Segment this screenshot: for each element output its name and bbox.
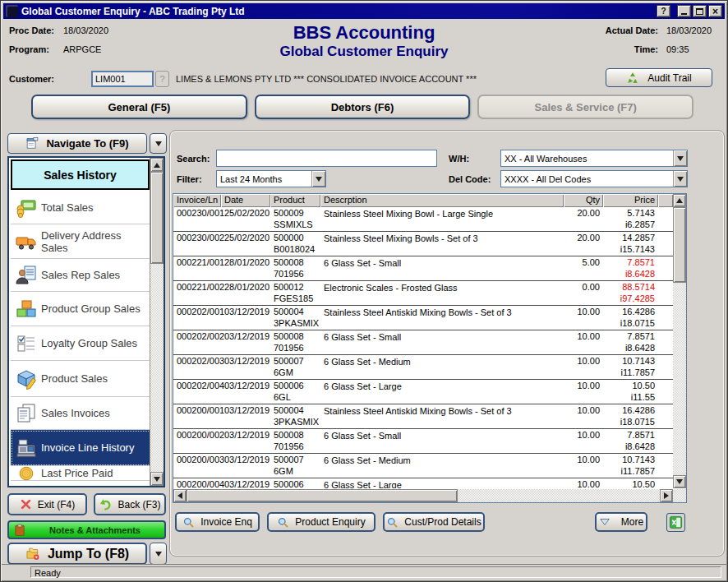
chevron-down-icon: [155, 552, 162, 557]
cell-date: 03/12/2019: [224, 381, 270, 390]
audit-trail-label: Audit Trail: [647, 72, 691, 84]
sidebar-scroll-down-button[interactable]: [150, 472, 164, 486]
more-button[interactable]: More: [595, 512, 647, 532]
cell-pr1: 10.50: [588, 381, 655, 390]
column-header-invoice-ln[interactable]: Invoice/Ln: [173, 194, 221, 207]
sidebar-item-delivery-address-sales[interactable]: Delivery Address Sales: [11, 224, 151, 259]
table-row[interactable]: 000202/00403/12/20195000066GL6 Glass Set…: [173, 380, 673, 404]
jump-to-button[interactable]: Jump To (F8): [7, 543, 147, 565]
del-code-dropdown-button[interactable]: [673, 171, 687, 187]
product-enquiry-button[interactable]: Product Enquiry: [267, 512, 376, 532]
table-row[interactable]: 000200/00203/12/20195000087019566 Glass …: [173, 429, 673, 454]
cell-pr2: i18.0715: [588, 417, 655, 427]
sidebar-scroll-up-button[interactable]: [150, 158, 164, 172]
table-row[interactable]: 000200/00403/12/20195000066 Glass Set - …: [173, 478, 673, 488]
exit-button[interactable]: Exit (F4): [7, 493, 87, 515]
search-label: Search:: [177, 154, 210, 164]
table-scroll-down-button[interactable]: [673, 475, 686, 488]
column-header-filler[interactable]: [658, 194, 673, 207]
time-label: Time:: [634, 44, 658, 54]
help-button[interactable]: ?: [657, 5, 670, 17]
sidebar-item-sales-invoices[interactable]: Sales Invoices: [11, 397, 151, 430]
cell-date: 25/02/2020: [224, 233, 270, 242]
table-scroll-up-button[interactable]: [673, 194, 686, 207]
cash-register-icon: [14, 438, 39, 458]
sidebar-item-total-sales[interactable]: Total Sales: [11, 192, 151, 224]
table-horizontal-scrollbar[interactable]: [173, 489, 673, 502]
jump-dropdown-button[interactable]: [150, 543, 167, 565]
search-input[interactable]: [216, 150, 437, 167]
table-row[interactable]: 000200/00103/12/20195000043PKASMIXStainl…: [173, 404, 673, 429]
close-icon: ×: [712, 7, 718, 16]
cell-pr2: i11.7857: [588, 466, 655, 476]
cell-prod: 500004: [274, 307, 304, 316]
notes-attachments-button[interactable]: Notes & Attachments: [7, 520, 166, 539]
filter-select[interactable]: Last 24 Months: [216, 170, 326, 187]
close-button[interactable]: ×: [708, 5, 722, 17]
cell-desc: 6 Glass Set - Medium: [324, 455, 533, 466]
table-scroll-left-button[interactable]: [173, 489, 187, 502]
table-row[interactable]: 000230/00225/02/2020500000B0018024Stainl…: [173, 232, 673, 256]
sidebar-item-label: Loyalty Group Sales: [39, 337, 137, 349]
table-vscroll-thumb[interactable]: [673, 207, 686, 283]
maximize-button[interactable]: [693, 5, 707, 17]
del-code-select[interactable]: XXXX - All Del Codes: [500, 170, 688, 187]
filter-dropdown-button[interactable]: [311, 171, 325, 187]
minimize-button[interactable]: [677, 5, 691, 17]
customer-code-input[interactable]: [91, 71, 154, 87]
cust-prod-details-button[interactable]: Cust/Prod Details: [383, 512, 485, 532]
status-text: Ready: [30, 566, 721, 578]
table-row[interactable]: 000221/00128/01/20205000087019566 Glass …: [173, 256, 673, 281]
sidebar-scrollbar[interactable]: [150, 158, 164, 486]
sidebar-item-product-sales[interactable]: Product Sales: [11, 361, 151, 397]
magnifier-icon: [182, 516, 195, 529]
table-row[interactable]: 000202/00303/12/20195000076GM6 Glass Set…: [173, 355, 673, 380]
table-row[interactable]: 000230/00125/02/2020500009SSMIXLSStainle…: [173, 207, 673, 232]
cell-prod2: B0018024: [274, 244, 315, 254]
sidebar-item-label: Product Sales: [39, 372, 108, 385]
table-row[interactable]: 000221/00228/01/2020500012FGES185Electro…: [173, 281, 673, 306]
column-header-date[interactable]: Date: [221, 194, 270, 207]
back-button[interactable]: Back (F3): [94, 493, 166, 515]
tab-general-f5[interactable]: General (F5): [31, 95, 247, 119]
exit-label: Exit (F4): [38, 499, 75, 510]
warehouse-dropdown-button[interactable]: [673, 150, 687, 166]
del-code-label: Del Code:: [449, 174, 491, 184]
cell-prod: 500007: [274, 455, 304, 464]
cell-desc: Stainless Steel Antiskid Mixing Bowls - …: [324, 405, 533, 417]
cell-prod: 500004: [274, 405, 304, 415]
audit-trail-button[interactable]: Audit Trail: [606, 68, 712, 87]
column-header-descrption[interactable]: Descrption: [320, 194, 564, 207]
sidebar-item-loyalty-group-sales[interactable]: Loyalty Group Sales: [11, 326, 151, 361]
table-row[interactable]: 000200/00303/12/20195000076GM6 Glass Set…: [173, 454, 673, 478]
cell-pr1: 10.50: [588, 479, 655, 488]
table-vertical-scrollbar[interactable]: [673, 194, 686, 488]
cell-date: 03/12/2019: [224, 405, 270, 415]
sidebar-list: Sales History Total SalesDelivery Addres…: [7, 156, 165, 487]
title-bar: Global Customer Enquiry - ABC Trading Pt…: [3, 3, 725, 19]
tab-debtors-f6[interactable]: Debtors (F6): [255, 95, 471, 119]
table-row[interactable]: 000202/00203/12/20195000087019566 Glass …: [173, 330, 673, 355]
navigate-to-button[interactable]: Navigate To (F9): [7, 133, 147, 154]
table-row[interactable]: 000202/00103/12/20195000043PKASMIXStainl…: [173, 306, 673, 330]
sidebar-item-last-price-paid[interactable]: Last Price Paid: [11, 466, 151, 481]
sidebar-item-sales-rep-sales[interactable]: Sales Rep Sales: [11, 259, 151, 292]
column-header-product[interactable]: Product: [270, 194, 320, 207]
navigate-dropdown-button[interactable]: [150, 133, 167, 154]
sidebar-scroll-thumb[interactable]: [150, 172, 164, 264]
cell-prod2: 6GL: [274, 392, 291, 402]
sidebar-item-product-group-sales[interactable]: Product Group Sales: [11, 292, 151, 326]
cell-prod: 500007: [274, 356, 304, 366]
column-header-qty[interactable]: Qty: [564, 194, 603, 207]
warehouse-select[interactable]: XX - All Warehouses: [500, 150, 688, 167]
money-icon: [14, 198, 39, 218]
table-hscroll-thumb[interactable]: [187, 489, 458, 502]
invoice-enq-button[interactable]: Invoice Enq: [175, 512, 260, 532]
sidebar-item-invoice-line-history[interactable]: Invoice Line History: [11, 430, 151, 466]
export-excel-button[interactable]: [666, 513, 685, 532]
sidebar-section-header: Sales History: [11, 159, 150, 190]
customer-lookup-button[interactable]: ?: [155, 71, 169, 87]
cell-pr1: 7.8571: [588, 257, 655, 267]
column-header-price[interactable]: Price: [603, 194, 658, 207]
table-scroll-right-button[interactable]: [660, 489, 673, 502]
